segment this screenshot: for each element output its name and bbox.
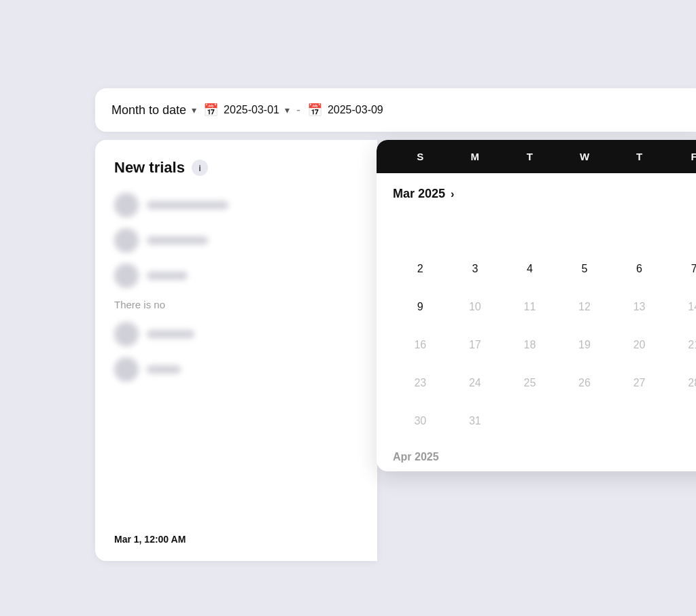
month-header: Mar 2025 › xyxy=(393,184,696,204)
chevron-down-icon: ▾ xyxy=(192,105,196,115)
cal-empty-4 xyxy=(557,212,612,250)
day-label-wed: W xyxy=(557,151,612,162)
blurred-name-5 xyxy=(147,365,181,374)
calendar-header: S M T W T F S xyxy=(377,140,696,173)
date-range-selector: Month to date ▾ 📅 2025-03-01 ▾ - 📅 2025-… xyxy=(111,103,383,117)
cal-day-26[interactable]: 26 xyxy=(557,364,612,402)
blurred-avatar-1 xyxy=(114,193,139,217)
day-label-fri: F xyxy=(667,151,696,162)
cal-day-21[interactable]: 21 xyxy=(667,326,696,364)
cal-day-24[interactable]: 24 xyxy=(448,364,503,402)
blurred-avatar-2 xyxy=(114,228,139,253)
blurred-avatar-4 xyxy=(114,322,139,346)
cal-day-2[interactable]: 2 xyxy=(393,250,448,288)
blurred-avatar-5 xyxy=(114,357,139,382)
calendar-start-icon: 📅 xyxy=(203,103,218,117)
end-date-value: 2025-03-09 xyxy=(328,104,383,116)
cal-empty-7 xyxy=(502,402,557,440)
cal-empty-6 xyxy=(667,212,696,250)
cal-day-13[interactable]: 13 xyxy=(612,288,667,326)
cal-day-10[interactable]: 10 xyxy=(448,288,503,326)
blurred-name-3 xyxy=(147,272,188,280)
cal-empty-1 xyxy=(393,212,448,250)
cal-day-4[interactable]: 4 xyxy=(502,250,557,288)
blurred-row-5 xyxy=(114,357,358,382)
cal-day-17[interactable]: 17 xyxy=(448,326,503,364)
cal-day-9[interactable]: 9 xyxy=(393,288,448,326)
cal-empty-2 xyxy=(448,212,503,250)
end-date-button[interactable]: 📅 2025-03-09 xyxy=(307,103,383,117)
info-badge[interactable]: i xyxy=(192,160,208,176)
blurred-name-4 xyxy=(147,330,194,338)
preset-label: Month to date xyxy=(111,103,186,117)
cal-day-3[interactable]: 3 xyxy=(448,250,503,288)
next-month-arrow[interactable]: › xyxy=(451,188,454,200)
cal-day-19[interactable]: 19 xyxy=(557,326,612,364)
blurred-row-3 xyxy=(114,264,358,288)
day-label-tue: T xyxy=(502,151,557,162)
next-month-label: Apr 2025 xyxy=(393,451,439,463)
cal-empty-9 xyxy=(612,402,667,440)
cal-day-20[interactable]: 20 xyxy=(612,326,667,364)
top-bar: Month to date ▾ 📅 2025-03-01 ▾ - 📅 2025-… xyxy=(95,88,696,132)
cal-day-28[interactable]: 28 xyxy=(667,364,696,402)
day-label-thu: T xyxy=(612,151,667,162)
content-area: New trials i There is no xyxy=(95,140,696,561)
blurred-avatar-3 xyxy=(114,264,139,288)
cal-day-18[interactable]: 18 xyxy=(502,326,557,364)
calendar-end-icon: 📅 xyxy=(307,103,322,117)
cal-day-16[interactable]: 16 xyxy=(393,326,448,364)
cal-day-11[interactable]: 11 xyxy=(502,288,557,326)
cal-day-5[interactable]: 5 xyxy=(557,250,612,288)
blurred-name-2 xyxy=(147,236,208,244)
cal-day-31[interactable]: 31 xyxy=(448,402,503,440)
panel-header: New trials i xyxy=(114,159,358,177)
calendar-dropdown: S M T W T F S Mar 2025 › xyxy=(377,140,696,471)
new-trials-panel: New trials i There is no xyxy=(95,140,377,561)
cal-day-23[interactable]: 23 xyxy=(393,364,448,402)
day-label-sun: S xyxy=(393,151,448,162)
cal-day-6[interactable]: 6 xyxy=(612,250,667,288)
blurred-row-1 xyxy=(114,193,358,217)
cal-empty-8 xyxy=(557,402,612,440)
no-data-text: There is no xyxy=(114,299,165,310)
cal-day-27[interactable]: 27 xyxy=(612,364,667,402)
timestamp: Mar 1, 12:00 AM xyxy=(114,534,186,545)
cal-empty-10 xyxy=(667,402,696,440)
next-month-separator: Apr 2025 xyxy=(393,440,696,471)
date-separator: - xyxy=(296,103,300,117)
cal-empty-3 xyxy=(502,212,557,250)
blurred-row-4 xyxy=(114,322,358,346)
cal-day-30[interactable]: 30 xyxy=(393,402,448,440)
preset-selector-button[interactable]: Month to date ▾ xyxy=(111,103,196,117)
panel-title: New trials xyxy=(114,159,185,177)
blurred-row-2 xyxy=(114,228,358,253)
start-date-button[interactable]: 📅 2025-03-01 ▾ xyxy=(203,103,290,117)
cal-day-14[interactable]: 14 xyxy=(667,288,696,326)
chevron-down-start-icon: ▾ xyxy=(285,105,290,115)
cal-day-12[interactable]: 12 xyxy=(557,288,612,326)
blurred-name-1 xyxy=(147,201,228,209)
month-title: Mar 2025 xyxy=(393,187,445,201)
calendar-grid: 1 2 3 4 5 6 7 8 9 10 11 12 13 14 15 xyxy=(393,212,696,440)
day-label-mon: M xyxy=(448,151,503,162)
cal-empty-5 xyxy=(612,212,667,250)
start-date-value: 2025-03-01 xyxy=(224,104,279,116)
calendar-body: Mar 2025 › 1 2 3 4 5 xyxy=(377,173,696,471)
cal-day-25[interactable]: 25 xyxy=(502,364,557,402)
cal-day-7[interactable]: 7 xyxy=(667,250,696,288)
